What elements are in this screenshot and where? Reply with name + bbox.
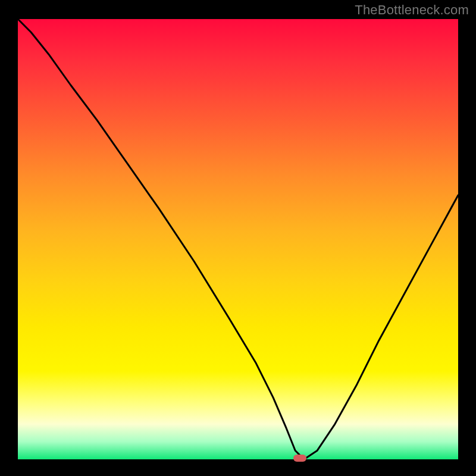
bottleneck-curve bbox=[18, 19, 458, 459]
curve-svg bbox=[18, 19, 458, 459]
chart-frame: TheBottleneck.com bbox=[0, 0, 476, 476]
attribution-label: TheBottleneck.com bbox=[355, 2, 469, 18]
plot-area bbox=[18, 19, 458, 459]
optimum-marker bbox=[293, 455, 306, 462]
